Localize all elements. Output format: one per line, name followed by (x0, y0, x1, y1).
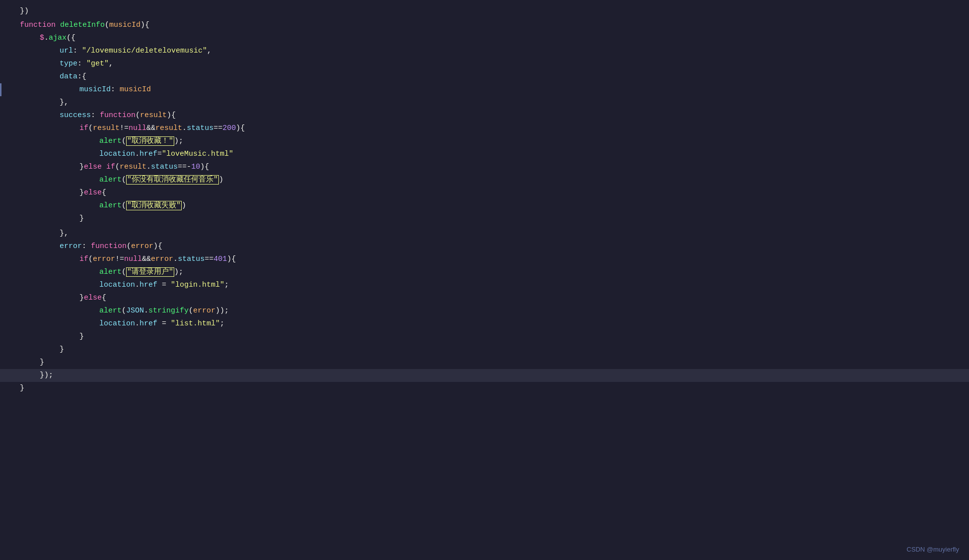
token-plain: ); (174, 268, 183, 276)
token-num: 200 (222, 124, 236, 132)
token-prop: status (151, 163, 178, 171)
token-kw: null (124, 255, 142, 263)
token-plain: != (120, 124, 129, 132)
token-plain: == (205, 255, 213, 263)
token-fn: deleteInfo (60, 21, 105, 29)
line-content: }else{ (79, 187, 106, 199)
token-plain: ){ (140, 21, 149, 29)
token-num: 401 (213, 255, 227, 263)
line-content: }else if(result.status==-10){ (79, 161, 209, 173)
line-content: } (20, 382, 24, 394)
token-plain: . (135, 319, 139, 328)
code-line: } (0, 382, 969, 395)
code-line: if(error!=null&&error.status==401){ (0, 253, 969, 266)
token-plain: . (135, 281, 139, 289)
token-plain: ); (174, 137, 183, 145)
code-line: success: function(result){ (0, 109, 969, 122)
token-plain: { (102, 294, 106, 302)
token-method: alert (99, 137, 122, 145)
token-str: "get" (86, 60, 109, 68)
line-content: }, (60, 97, 69, 109)
token-plain: ( (189, 307, 193, 315)
token-method: ajax (49, 34, 67, 42)
token-var: result (140, 111, 167, 120)
code-editor: })function deleteInfo(musicId){$.ajax({u… (0, 0, 969, 400)
line-content: }else{ (79, 292, 106, 304)
token-plain: ( (122, 201, 126, 210)
token-plain: . (135, 150, 139, 158)
line-content: } (79, 331, 84, 343)
token-plain: } (79, 332, 84, 341)
token-plain: ) (219, 176, 223, 184)
token-plain: && (142, 255, 151, 263)
token-plain: . (144, 307, 148, 315)
token-var: musicId (120, 85, 151, 94)
code-line: location.href = "list.html"; (0, 317, 969, 330)
token-plain: ){ (236, 124, 245, 132)
token-plain: = (157, 281, 171, 289)
line-content: if(error!=null&&error.status==401){ (79, 253, 236, 265)
line-content: success: function(result){ (60, 110, 176, 122)
line-content: $.ajax({ (40, 32, 75, 44)
code-line: }); (0, 369, 969, 382)
token-plain: ( (122, 268, 126, 276)
token-prop: data (60, 72, 77, 81)
code-line: $.ajax({ (0, 32, 969, 45)
code-line: url: "/lovemusic/deletelovemusic", (0, 45, 969, 58)
token-plain: )); (215, 307, 229, 315)
line-content: alert("取消收藏失败") (99, 200, 186, 212)
line-content: } (79, 213, 84, 225)
line-content: alert("你没有取消收藏任何音乐") (99, 174, 223, 186)
code-line: alert("请登录用户"); (0, 266, 969, 279)
token-plain: ){ (227, 255, 236, 263)
token-plain: . (182, 124, 187, 132)
line-content: function deleteInfo(musicId){ (20, 19, 149, 31)
line-content: }, (60, 228, 69, 240)
token-var: error (93, 255, 115, 263)
token-plain: ( (136, 111, 140, 120)
zh-string-highlighted: "请登录用户" (126, 267, 174, 277)
token-method: alert (99, 268, 122, 276)
token-plain: } (79, 294, 84, 302)
token-plain: :{ (77, 72, 86, 81)
token-plain: } (79, 163, 84, 171)
token-plain: ( (105, 21, 109, 29)
line-content: alert(JSON.stringify(error)); (99, 305, 229, 317)
line-content: } (40, 357, 44, 369)
code-line: error: function(error){ (0, 240, 969, 253)
code-line: alert("你没有取消收藏任何音乐") (0, 174, 969, 187)
token-var: error (151, 255, 173, 263)
token-prop: url (60, 47, 73, 55)
token-plain: { (102, 188, 106, 197)
code-line: alert("取消收藏失败") (0, 199, 969, 212)
token-str: "/lovemusic/deletelovemusic" (82, 47, 207, 55)
token-plain: && (146, 124, 155, 132)
code-line: }else{ (0, 292, 969, 305)
token-plain: ( (122, 137, 126, 145)
token-kw: if (106, 163, 115, 171)
line-content: location.href="loveMusic.html" (99, 148, 233, 160)
token-kw: if (79, 124, 88, 132)
token-plain: = (157, 319, 171, 328)
line-content: alert("请登录用户"); (99, 266, 183, 278)
token-plain: }) (20, 7, 29, 15)
token-prop: error (60, 242, 82, 250)
token-plain: . (173, 255, 178, 263)
token-prop: href (139, 150, 157, 158)
token-plain: ( (122, 307, 126, 315)
token-plain: } (60, 345, 64, 354)
token-kw: function (91, 242, 127, 250)
token-dollar: $ (40, 34, 44, 42)
token-prop: href (139, 319, 157, 328)
token-plain: ( (88, 255, 93, 263)
code-line: data:{ (0, 70, 969, 83)
token-str: "list.html" (171, 319, 220, 328)
code-line: } (0, 343, 969, 356)
line-content: } (60, 344, 64, 356)
token-loc: location (99, 281, 135, 289)
token-method: alert (99, 176, 122, 184)
code-line: }, (0, 227, 969, 240)
token-var: result (120, 163, 146, 171)
token-kw: null (129, 124, 146, 132)
code-line: location.href="loveMusic.html" (0, 148, 969, 161)
